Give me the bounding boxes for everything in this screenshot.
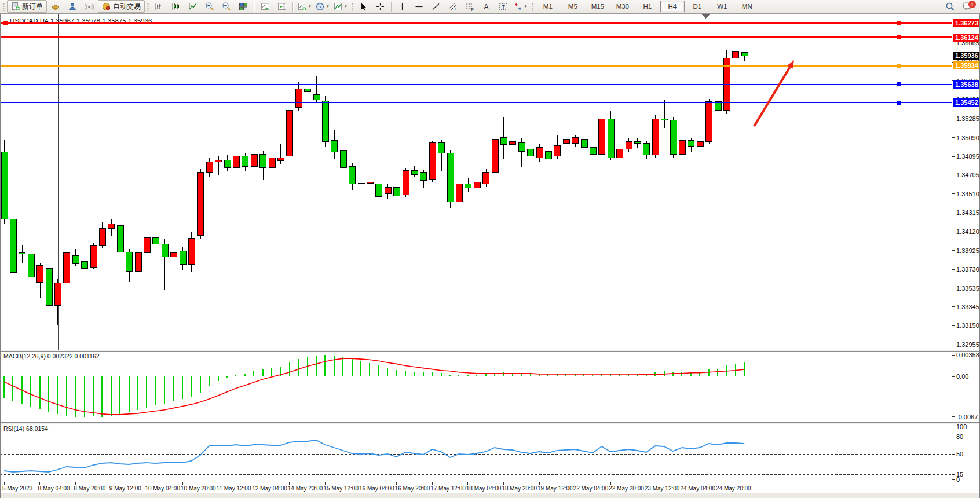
notifications-button[interactable]: 1 xyxy=(961,1,974,12)
candle xyxy=(90,243,97,269)
new-order-button[interactable]: 新订单 xyxy=(7,0,47,13)
panel-splitter[interactable] xyxy=(0,350,980,352)
rsi-axis-label: 80 xyxy=(956,433,963,440)
tab-timeframe-m15[interactable]: M15 xyxy=(586,1,610,12)
price-tick-label: 1.34510 xyxy=(956,191,979,197)
time-tick-label: 11 May 12:00 xyxy=(217,485,251,492)
candle xyxy=(340,147,346,172)
time-tick-label: 12 May 04:00 xyxy=(252,485,287,492)
new-chart-icon xyxy=(298,2,306,11)
new-chart-button[interactable]: ▼ xyxy=(296,0,313,13)
signal-button[interactable] xyxy=(81,0,97,13)
price-tick-label: 1.34895 xyxy=(956,153,979,160)
price-tick-label: 1.34705 xyxy=(956,171,979,178)
line-selection-handle xyxy=(897,64,901,68)
time-tick-label: 19 May 12:00 xyxy=(537,485,573,492)
trend-line-button[interactable] xyxy=(428,0,444,13)
rsi-axis-label: 100 xyxy=(956,423,967,430)
time-tick-label: 18 May 20:00 xyxy=(502,485,537,492)
price-tick-label: 1.33925 xyxy=(956,247,979,254)
tab-timeframe-h4[interactable]: H4 xyxy=(660,1,685,12)
trend-line-icon xyxy=(432,2,440,11)
line-selection-handle xyxy=(897,82,901,86)
chevron-down-icon: ▼ xyxy=(308,5,312,8)
toolbar-drag-handle[interactable] xyxy=(2,2,5,11)
rsi-axis-label: 50 xyxy=(956,451,963,457)
profiles-button[interactable] xyxy=(64,0,81,13)
price-badge: 1.36273 xyxy=(953,19,979,27)
time-tick-label: 17 May 12:00 xyxy=(430,485,466,492)
chevron-down-icon: ▼ xyxy=(326,5,330,8)
arrow-objects-icon xyxy=(514,2,522,11)
tile-windows-button[interactable] xyxy=(235,0,251,13)
svg-text:E: E xyxy=(455,7,458,11)
bar-chart-button[interactable] xyxy=(151,0,167,13)
text-label-button[interactable]: T xyxy=(495,0,511,13)
search-icon xyxy=(945,2,955,12)
candle xyxy=(403,168,409,198)
price-tick-label: 1.33535 xyxy=(956,285,979,292)
chart-shift-button[interactable] xyxy=(274,0,290,13)
macd-axis-label: 0.00 xyxy=(956,373,968,380)
tab-timeframe-d1[interactable]: D1 xyxy=(685,1,710,12)
price-badge: 1.35452 xyxy=(953,98,979,107)
candlestick-chart-button[interactable] xyxy=(168,0,184,13)
time-tick-label: 24 May 20:00 xyxy=(716,485,751,492)
toolbar-drag-handle[interactable] xyxy=(531,2,534,11)
indicators-button[interactable]: ▼ xyxy=(332,0,349,13)
equidistant-channel-icon: E xyxy=(448,2,458,11)
tab-timeframe-h1[interactable]: H1 xyxy=(635,1,660,12)
time-tick-label: 24 May 04:00 xyxy=(680,485,715,492)
zoom-out-button[interactable] xyxy=(218,0,235,13)
candle xyxy=(456,181,462,204)
period-clock-button[interactable]: ▼ xyxy=(314,0,331,13)
candle xyxy=(723,50,730,114)
price-tick-label: 1.35285 xyxy=(956,115,979,122)
toolbar-drag-handle[interactable] xyxy=(147,2,149,11)
macd-label: MACD(12,26,9) 0.002322 0.001162 xyxy=(3,353,100,360)
candle xyxy=(447,150,454,208)
search-button[interactable] xyxy=(942,0,958,13)
market-watch-icon xyxy=(51,2,60,11)
auto-scroll-button[interactable] xyxy=(257,0,273,13)
time-tick-label: 8 May 04:00 xyxy=(38,485,70,492)
time-tick-label: 22 May 04:00 xyxy=(573,485,609,492)
candle xyxy=(599,116,605,158)
crosshair-button[interactable] xyxy=(372,0,389,13)
fibonacci-button[interactable]: F xyxy=(462,0,478,13)
zoom-in-button[interactable] xyxy=(202,0,218,13)
vertical-line-button[interactable] xyxy=(394,0,411,13)
price-tick-label: 1.34120 xyxy=(956,228,979,235)
tab-timeframe-m1[interactable]: M1 xyxy=(536,1,560,12)
line-chart-button[interactable] xyxy=(185,0,201,13)
price-tick-label: 1.33150 xyxy=(956,322,979,329)
time-tick-label: 14 May 23:00 xyxy=(288,485,323,492)
macd-axis-label: 0.003581 xyxy=(956,351,980,358)
market-watch-button[interactable] xyxy=(47,0,64,13)
time-tick-label: 9 May 12:00 xyxy=(109,485,141,492)
candlestick-chart-icon xyxy=(171,2,181,11)
notification-badge: 1 xyxy=(968,0,977,9)
horizontal-line-button[interactable] xyxy=(411,0,427,13)
cursor-button[interactable] xyxy=(356,0,372,13)
candle xyxy=(652,115,659,158)
auto-trading-button[interactable]: 自动交易 xyxy=(98,0,145,13)
text-button[interactable]: A xyxy=(478,0,495,13)
fibonacci-icon: F xyxy=(465,2,474,11)
price-tick-label: 1.34315 xyxy=(956,209,979,216)
tab-timeframe-mn[interactable]: MN xyxy=(735,1,759,12)
tab-timeframe-w1[interactable]: W1 xyxy=(710,1,734,12)
svg-text:1.35452: 1.35452 xyxy=(955,99,978,106)
tab-timeframe-m30[interactable]: M30 xyxy=(610,1,635,12)
equidistant-channel-button[interactable]: E xyxy=(445,0,461,13)
indicators-icon xyxy=(334,2,342,11)
svg-text:F: F xyxy=(471,7,473,11)
panel-splitter[interactable] xyxy=(0,422,980,424)
tab-timeframe-m5[interactable]: M5 xyxy=(561,1,585,12)
time-tick-label: 18 May 04:00 xyxy=(466,485,502,492)
arrow-objects-button[interactable]: ▼ xyxy=(512,0,529,13)
toolbar-drag-handle[interactable] xyxy=(351,2,354,11)
price-axis[interactable]: 1.362601.360651.358701.356751.354801.352… xyxy=(952,13,980,485)
price-tick-label: 1.32955 xyxy=(956,341,979,348)
auto-trading-label: 自动交易 xyxy=(113,2,141,12)
